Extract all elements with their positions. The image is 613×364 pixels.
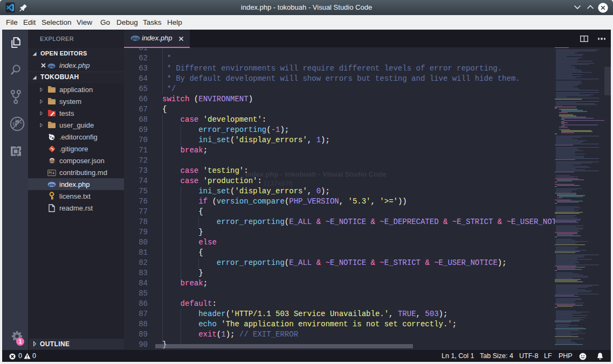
svg-text:php: php: [132, 37, 139, 41]
svg-text:php: php: [49, 183, 55, 186]
svg-text:php: php: [49, 64, 54, 67]
